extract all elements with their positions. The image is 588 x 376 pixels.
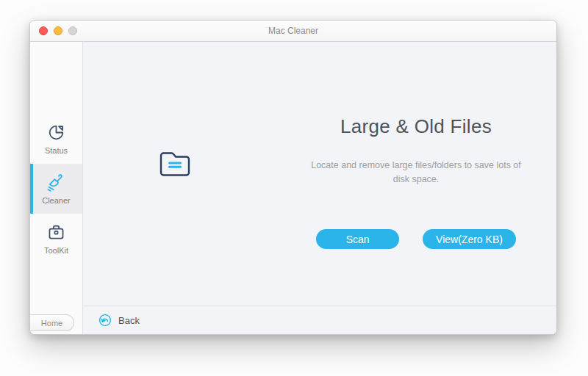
sidebar-item-cleaner[interactable]: Cleaner — [30, 164, 82, 214]
footer-bar: Back — [83, 306, 556, 334]
pie-chart-icon — [46, 123, 66, 142]
page-title: Large & Old Files — [309, 115, 523, 138]
sidebar-item-label: ToolKit — [44, 246, 68, 255]
sidebar: Status Cleaner — [30, 42, 83, 334]
back-button[interactable]: Back — [98, 314, 140, 327]
window-title: Mac Cleaner — [268, 26, 318, 36]
sidebar-item-label: Status — [45, 146, 68, 155]
traffic-lights — [39, 26, 77, 35]
close-window-button[interactable] — [39, 26, 48, 35]
sidebar-item-status[interactable]: Status — [30, 114, 82, 164]
view-button[interactable]: View(Zero KB) — [423, 229, 516, 249]
back-button-label: Back — [118, 315, 140, 326]
home-tab-label: Home — [41, 319, 62, 328]
brush-icon — [46, 173, 66, 192]
minimize-window-button[interactable] — [54, 26, 62, 35]
title-bar: Mac Cleaner — [30, 21, 556, 42]
folder-icon — [156, 145, 194, 183]
main-panel: Large & Old Files Locate and remove larg… — [83, 42, 556, 334]
app-window: Mac Cleaner Status — [29, 20, 557, 335]
back-arrow-icon — [98, 314, 112, 327]
sidebar-item-label: Cleaner — [42, 196, 71, 205]
scan-button[interactable]: Scan — [316, 229, 399, 249]
briefcase-icon — [46, 223, 66, 242]
page-description: Locate and remove large files/folders to… — [309, 159, 523, 187]
home-tab[interactable]: Home — [30, 314, 74, 331]
zoom-window-button — [68, 26, 77, 35]
sidebar-item-toolkit[interactable]: ToolKit — [30, 214, 82, 264]
